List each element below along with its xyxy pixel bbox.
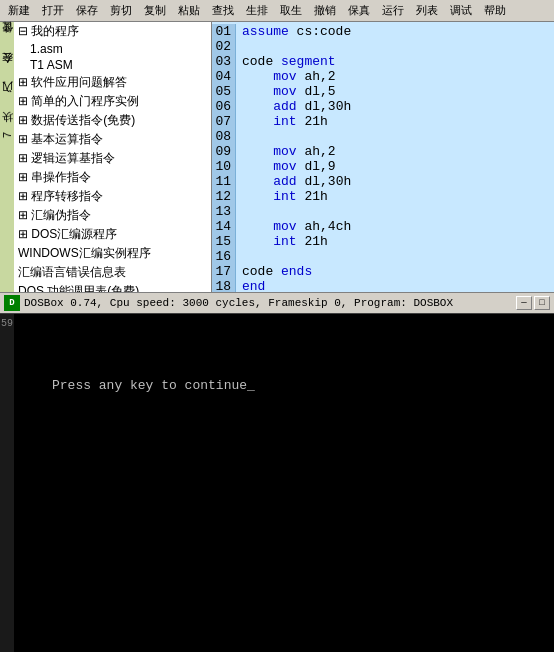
code-line-10: 10 mov dl,9 xyxy=(212,159,554,174)
code-line-17: 17code ends xyxy=(212,264,554,279)
toolbar-btn-生排[interactable]: 生排 xyxy=(240,2,274,19)
sidebar[interactable]: ⊟ 我的程序 1.asm T1 ASM⊞ 软件应用问题解答⊞ 简单的入门程序实例… xyxy=(14,22,212,292)
sidebar-item-8[interactable]: ⊞ 串操作指令 xyxy=(14,168,211,187)
code-line-09: 09 mov ah,2 xyxy=(212,144,554,159)
sidebar-item-12[interactable]: WINDOWS汇编实例程序 xyxy=(14,244,211,263)
terminal-line-number: 59 xyxy=(1,318,13,329)
maximize-button[interactable]: □ xyxy=(534,296,550,310)
sidebar-item-3[interactable]: ⊞ 软件应用问题解答 xyxy=(14,73,211,92)
line-code: mov ah,4ch xyxy=(236,219,351,234)
line-number: 06 xyxy=(212,99,236,114)
code-line-13: 13 xyxy=(212,204,554,219)
code-line-11: 11 add dl,30h xyxy=(212,174,554,189)
toolbar-btn-复制[interactable]: 复制 xyxy=(138,2,172,19)
sidebar-item-0[interactable]: ⊟ 我的程序 xyxy=(14,22,211,41)
line-number: 03 xyxy=(212,54,236,69)
sidebar-item-4[interactable]: ⊞ 简单的入门程序实例 xyxy=(14,92,211,111)
toolbar-btn-保存[interactable]: 保存 xyxy=(70,2,104,19)
code-panel[interactable]: 01assume cs:code02 03code segment04 mov … xyxy=(212,22,554,292)
line-code xyxy=(236,129,250,144)
line-code: int 21h xyxy=(236,234,328,249)
window-buttons: — □ xyxy=(516,296,550,310)
line-code: code segment xyxy=(236,54,336,69)
terminal-left-strip: 59 xyxy=(0,314,14,652)
line-code xyxy=(236,204,250,219)
toolbar: 新建打开保存剪切复制粘贴查找生排取生撤销保真运行列表调试帮助 xyxy=(0,0,554,22)
line-number: 04 xyxy=(212,69,236,84)
sidebar-item-10[interactable]: ⊞ 汇编伪指令 xyxy=(14,206,211,225)
line-number: 07 xyxy=(212,114,236,129)
sidebar-item-6[interactable]: ⊞ 基本运算指令 xyxy=(14,130,211,149)
code-line-07: 07 int 21h xyxy=(212,114,554,129)
code-line-01: 01assume cs:code xyxy=(212,24,554,39)
line-code: mov dl,9 xyxy=(236,159,336,174)
editor-area: 音使会左入门7块 ⊟ 我的程序 1.asm T1 ASM⊞ 软件应用问题解答⊞ … xyxy=(0,22,554,292)
toolbar-btn-帮助[interactable]: 帮助 xyxy=(478,2,512,19)
dosbox-status-text: DOSBox 0.74, Cpu speed: 3000 cycles, Fra… xyxy=(24,297,453,309)
strip-label: 7块 xyxy=(0,132,15,138)
line-number: 10 xyxy=(212,159,236,174)
dosbox-icon: D xyxy=(4,295,20,311)
line-code: code ends xyxy=(236,264,312,279)
line-code: mov dl,5 xyxy=(236,84,336,99)
code-line-06: 06 add dl,30h xyxy=(212,99,554,114)
code-line-02: 02 xyxy=(212,39,554,54)
code-line-12: 12 int 21h xyxy=(212,189,554,204)
line-code: assume cs:code xyxy=(236,24,351,39)
code-line-08: 08 xyxy=(212,129,554,144)
line-code xyxy=(236,39,250,54)
toolbar-btn-列表[interactable]: 列表 xyxy=(410,2,444,19)
line-number: 01 xyxy=(212,24,236,39)
toolbar-btn-粘贴[interactable]: 粘贴 xyxy=(172,2,206,19)
toolbar-btn-保真[interactable]: 保真 xyxy=(342,2,376,19)
line-code: int 21h xyxy=(236,189,328,204)
code-line-04: 04 mov ah,2 xyxy=(212,69,554,84)
dosbox-status-bar: D DOSBox 0.74, Cpu speed: 3000 cycles, F… xyxy=(0,292,554,314)
minimize-button[interactable]: — xyxy=(516,296,532,310)
sidebar-item-2[interactable]: T1 ASM xyxy=(14,57,211,73)
line-number: 15 xyxy=(212,234,236,249)
sidebar-item-14[interactable]: DOS 功能调用表(免费) xyxy=(14,282,211,292)
line-number: 14 xyxy=(212,219,236,234)
code-line-14: 14 mov ah,4ch xyxy=(212,219,554,234)
toolbar-btn-新建[interactable]: 新建 xyxy=(2,2,36,19)
line-number: 05 xyxy=(212,84,236,99)
line-number: 13 xyxy=(212,204,236,219)
toolbar-btn-打开[interactable]: 打开 xyxy=(36,2,70,19)
sidebar-item-7[interactable]: ⊞ 逻辑运算基指令 xyxy=(14,149,211,168)
sidebar-item-11[interactable]: ⊞ DOS汇编源程序 xyxy=(14,225,211,244)
code-line-15: 15 int 21h xyxy=(212,234,554,249)
sidebar-item-5[interactable]: ⊞ 数据传送指令(免费) xyxy=(14,111,211,130)
line-number: 02 xyxy=(212,39,236,54)
line-number: 16 xyxy=(212,249,236,264)
line-number: 18 xyxy=(212,279,236,292)
line-number: 09 xyxy=(212,144,236,159)
terminal-prompt: Press any key to continue_ xyxy=(22,378,546,393)
toolbar-btn-运行[interactable]: 运行 xyxy=(376,2,410,19)
sidebar-item-13[interactable]: 汇编语言错误信息表 xyxy=(14,263,211,282)
toolbar-btn-调试[interactable]: 调试 xyxy=(444,2,478,19)
left-strip: 音使会左入门7块 xyxy=(0,22,14,292)
line-number: 17 xyxy=(212,264,236,279)
toolbar-btn-撤销[interactable]: 撤销 xyxy=(308,2,342,19)
toolbar-buttons: 新建打开保存剪切复制粘贴查找生排取生撤销保真运行列表调试帮助 xyxy=(2,2,512,19)
line-code: mov ah,2 xyxy=(236,69,336,84)
toolbar-btn-查找[interactable]: 查找 xyxy=(206,2,240,19)
sidebar-item-9[interactable]: ⊞ 程序转移指令 xyxy=(14,187,211,206)
line-code xyxy=(236,249,250,264)
code-line-05: 05 mov dl,5 xyxy=(212,84,554,99)
line-code: mov ah,2 xyxy=(236,144,336,159)
line-number: 11 xyxy=(212,174,236,189)
sidebar-item-1[interactable]: 1.asm xyxy=(14,41,211,57)
toolbar-btn-取生[interactable]: 取生 xyxy=(274,2,308,19)
toolbar-btn-剪切[interactable]: 剪切 xyxy=(104,2,138,19)
code-line-16: 16 xyxy=(212,249,554,264)
terminal[interactable]: Press any key to continue_ xyxy=(14,314,554,652)
line-code: add dl,30h xyxy=(236,174,351,189)
line-code: end xyxy=(236,279,265,292)
line-code: add dl,30h xyxy=(236,99,351,114)
line-number: 08 xyxy=(212,129,236,144)
code-line-03: 03code segment xyxy=(212,54,554,69)
line-code: int 21h xyxy=(236,114,328,129)
code-line-18: 18end xyxy=(212,279,554,292)
